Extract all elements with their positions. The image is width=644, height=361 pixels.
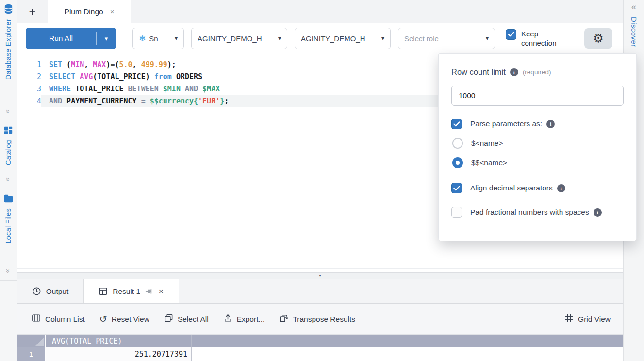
sidebar-panel-label: Catalog (4, 140, 12, 165)
row-number-cell[interactable]: 1 (17, 347, 46, 361)
expand-chevrons-icon[interactable]: » (5, 269, 12, 273)
sidebar-panel-label: Local Files (4, 208, 12, 244)
row-count-limit-input[interactable] (451, 86, 624, 106)
row-count-limit-label: Row count limit (451, 68, 506, 77)
discover-panel-label: Discover (630, 17, 638, 47)
export-button[interactable]: Export... (223, 313, 265, 325)
pin-icon[interactable] (145, 287, 153, 295)
radio-option-name-label: $<name> (471, 139, 503, 148)
radio-option-double-name[interactable]: $$<name> (452, 157, 624, 168)
role-dropdown[interactable]: Select role ▾ (398, 28, 495, 49)
keep-connection-toggle[interactable]: Keep connection (506, 29, 566, 48)
tab-label: Plum Dingo (65, 7, 103, 16)
clock-icon (32, 287, 41, 296)
close-icon[interactable]: ✕ (158, 288, 164, 295)
catalog-icon (3, 125, 13, 135)
expand-chevrons-icon[interactable]: » (5, 177, 12, 181)
chevron-down-icon: ▾ (175, 35, 178, 42)
keep-connection-label: Keep connection (521, 29, 566, 48)
select-all-button[interactable]: Select All (164, 313, 209, 325)
editor-tab-bar: + Plum Dingo × (17, 0, 623, 23)
transpose-icon (279, 313, 288, 325)
expand-chevrons-icon[interactable]: » (5, 109, 12, 113)
result-value-cell[interactable]: 251.20717391 (46, 347, 192, 361)
grid-view-button[interactable]: Grid View (564, 313, 611, 325)
toolbar-divider (125, 29, 125, 48)
connection-value: Sn (149, 34, 158, 43)
toolbar-button-label: Grid View (578, 315, 611, 324)
corner-triangle-icon (35, 338, 44, 346)
chevron-down-icon: ▾ (381, 35, 384, 42)
pad-fractional-toggle[interactable]: Pad fractional numbers with spaces i (451, 207, 624, 218)
panel-splitter[interactable]: ▾ (17, 272, 623, 279)
results-grid-header: AVG(TOTAL_PRICE) (17, 334, 623, 347)
export-icon (223, 313, 232, 325)
database-value: AGINITY_DEMO_H (198, 34, 262, 43)
align-decimal-toggle[interactable]: Align decimal separators i (451, 183, 624, 193)
column-header-avg-total-price[interactable]: AVG(TOTAL_PRICE) (46, 335, 192, 347)
tab-result-label: Result 1 (113, 287, 140, 296)
snowflake-icon: ❄ (139, 34, 146, 44)
settings-button[interactable]: ⚙ (584, 28, 612, 49)
role-placeholder: Select role (404, 34, 439, 43)
toolbar-button-label: Select All (178, 315, 209, 324)
radio-unselected-icon[interactable] (452, 138, 463, 149)
line-number: 3 (17, 85, 41, 93)
checkbox-checked-icon[interactable] (451, 183, 462, 193)
chevron-down-icon[interactable]: ▾ (97, 35, 116, 42)
new-tab-button[interactable]: + (17, 0, 48, 23)
radio-option-name[interactable]: $<name> (452, 138, 624, 149)
info-icon[interactable]: i (594, 208, 602, 217)
required-note: (required) (523, 69, 551, 76)
grid-view-icon (564, 313, 574, 325)
tab-output[interactable]: Output (17, 279, 84, 303)
close-icon[interactable]: × (110, 7, 115, 16)
sidebar-panel-local-files[interactable]: Local Files» (0, 189, 17, 281)
table-row: 1 251.20717391 (17, 347, 623, 361)
left-sidebar: Database Explorer»Catalog»Local Files» (0, 0, 17, 361)
toolbar-button-label: Export... (237, 315, 265, 324)
gear-icon: ⚙ (593, 33, 604, 44)
tab-output-label: Output (46, 287, 69, 296)
chevron-down-icon: ▾ (486, 35, 489, 42)
line-number: 1 (17, 60, 41, 69)
align-decimal-label: Align decimal separators (470, 184, 553, 192)
parse-parameters-toggle[interactable]: Parse parameters as: i (451, 119, 624, 129)
reset-view-icon: ↺ (99, 314, 107, 324)
query-settings-popover: Row count limit i (required) Parse param… (438, 53, 637, 241)
sidebar-panel-database-explorer[interactable]: Database Explorer» (0, 0, 17, 121)
tab-result-1[interactable]: Result 1 ✕ (84, 279, 179, 303)
reset-view-button[interactable]: ↺Reset View (99, 314, 149, 324)
info-icon[interactable]: i (510, 68, 518, 76)
app-window: Database Explorer»Catalog»Local Files» +… (0, 0, 644, 361)
info-icon[interactable]: i (557, 184, 565, 192)
pad-fractional-label: Pad fractional numbers with spaces (470, 208, 589, 217)
checkbox-checked-icon[interactable] (451, 119, 462, 129)
radio-selected-icon[interactable] (452, 157, 463, 168)
line-number: 2 (17, 72, 41, 81)
parse-parameters-label: Parse parameters as: (470, 120, 542, 128)
column-list-button[interactable]: Column List (32, 313, 85, 325)
tab-plum-dingo[interactable]: Plum Dingo × (48, 0, 131, 23)
info-icon[interactable]: i (546, 120, 555, 128)
schema-value: AGINITY_DEMO_H (301, 34, 365, 43)
collapse-panel-icon[interactable]: ▾ (319, 274, 321, 278)
checkbox-unchecked-icon[interactable] (451, 207, 462, 218)
run-all-button[interactable]: Run All ▾ (26, 28, 116, 49)
collapse-left-icon[interactable]: « (631, 0, 636, 12)
select-all-corner-cell[interactable] (17, 335, 46, 347)
database-dropdown[interactable]: AGINITY_DEMO_H ▾ (191, 28, 287, 49)
sidebar-panel-catalog[interactable]: Catalog» (0, 121, 17, 189)
chevron-down-icon: ▾ (278, 35, 281, 42)
column-list-icon (32, 313, 41, 325)
schema-dropdown[interactable]: AGINITY_DEMO_H ▾ (295, 28, 391, 49)
folder-icon (3, 193, 14, 204)
result-table-icon (99, 287, 108, 296)
toolbar-button-label: Column List (45, 315, 85, 324)
checkbox-checked-icon[interactable] (506, 29, 516, 40)
results-tab-bar: Output Result 1 ✕ (17, 279, 623, 304)
connection-dropdown[interactable]: ❄ Sn ▾ (132, 28, 184, 49)
editor-scrollbar-track[interactable] (17, 268, 623, 272)
line-number: 4 (17, 97, 41, 105)
transpose-results-button[interactable]: Transpose Results (279, 313, 355, 325)
